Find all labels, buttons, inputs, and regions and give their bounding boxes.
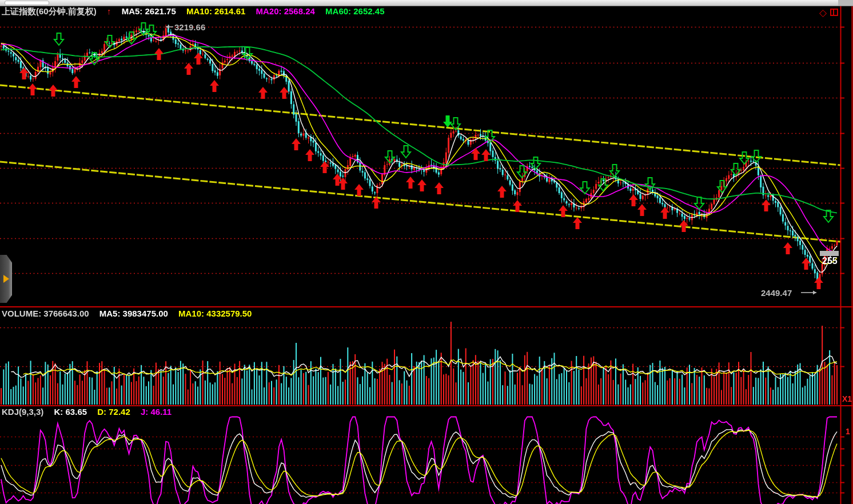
symbol-title: 上证指数(60分钟.前复权) xyxy=(2,6,97,16)
low-price-annotation: 2449.47 xyxy=(761,288,792,298)
ma20-value: MA20: 2568.24 xyxy=(256,6,315,16)
chart-canvas[interactable] xyxy=(0,0,853,504)
volume-ma10-value: MA10: 4332579.50 xyxy=(178,309,252,318)
volume-value: VOLUME: 3766643.00 xyxy=(2,309,89,318)
ma5-value: MA5: 2621.75 xyxy=(122,6,176,16)
ma60-value: MA60: 2652.45 xyxy=(325,6,384,16)
main-pane-header: 上证指数(60分钟.前复权) ↑ MA5: 2621.75 MA10: 2614… xyxy=(2,6,392,17)
scrollbar-thumb[interactable] xyxy=(5,1,49,5)
kdj-k-value: K: 63.65 xyxy=(54,407,87,417)
ma10-value: MA10: 2614.61 xyxy=(186,6,245,16)
buy-signal-icon: ↑ xyxy=(107,6,111,16)
split-window-icon[interactable] xyxy=(830,9,838,16)
stock-chart-window: 上证指数(60分钟.前复权) ↑ MA5: 2621.75 MA10: 2614… xyxy=(0,0,853,504)
volume-pane-header: VOLUME: 3766643.00 MA5: 3983475.00 MA10:… xyxy=(2,309,260,318)
kdj-j-value: J: 46.11 xyxy=(141,407,172,417)
left-panel-toggle[interactable] xyxy=(0,255,12,303)
top-scrollbar[interactable] xyxy=(0,0,853,6)
kdj-indicator-name: KDJ(9,3,3) xyxy=(2,407,43,417)
kdj-pane-header: KDJ(9,3,3) K: 63.65 D: 72.42 J: 46.11 xyxy=(2,407,180,417)
high-price-annotation: 3219.66 xyxy=(174,22,205,32)
scrollbar-end xyxy=(838,0,853,6)
current-price-marker xyxy=(820,251,839,256)
diamond-icon[interactable]: ◇ xyxy=(819,7,827,19)
kdj-scale-label: 1 xyxy=(846,427,850,436)
current-price-label: 255 xyxy=(822,256,838,266)
volume-ma5-value: MA5: 3983475.00 xyxy=(99,309,168,318)
expand-arrow-icon xyxy=(3,275,9,283)
kdj-d-value: D: 72.42 xyxy=(97,407,130,417)
volume-multiplier-label: X1 xyxy=(842,394,852,403)
